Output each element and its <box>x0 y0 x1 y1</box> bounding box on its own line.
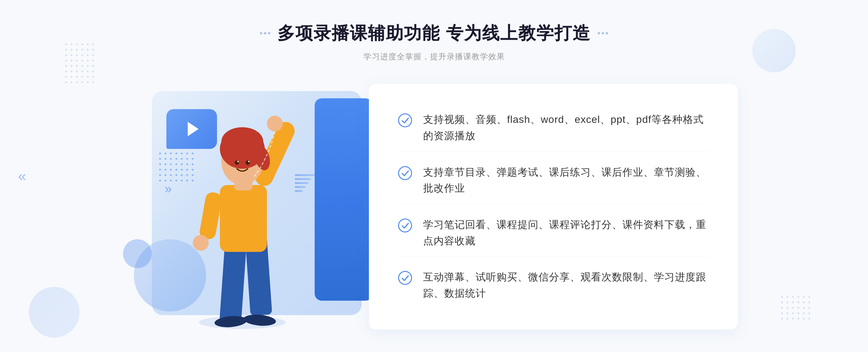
page-title: 多项录播课辅助功能 专为线上教学打造 <box>277 22 590 45</box>
page-subtitle: 学习进度全掌握，提升录播课教学效果 <box>260 51 608 62</box>
svg-point-9 <box>267 116 283 132</box>
svg-point-18 <box>248 161 250 162</box>
svg-rect-5 <box>220 185 267 252</box>
title-row: 多项录播课辅助功能 专为线上教学打造 <box>260 22 608 45</box>
check-icon-4 <box>398 271 412 285</box>
check-icon-1 <box>398 113 412 128</box>
dot-grid-bottom-right <box>781 296 810 323</box>
deco-small-circle <box>123 239 152 268</box>
features-panel: 支持视频、音频、flash、word、excel、ppt、pdf等各种格式的资源… <box>369 84 738 330</box>
feature-text-4: 互动弹幕、试听购买、微信分享、观看次数限制、学习进度跟踪、数据统计 <box>423 269 709 302</box>
title-decorator-right <box>598 32 608 34</box>
deco-circle-bottom-left <box>29 287 80 338</box>
left-arrow-decoration: « <box>18 168 26 184</box>
feature-text-1: 支持视频、音频、flash、word、excel、ppt、pdf等各种格式的资源… <box>423 112 709 144</box>
header-section: 多项录播课辅助功能 专为线上教学打造 学习进度全掌握，提升录播课教学效果 <box>260 22 608 62</box>
chevron-left-icon: « <box>18 168 26 184</box>
deco-circle-top-right <box>752 29 796 72</box>
feature-item-1: 支持视频、音频、flash、word、excel、ppt、pdf等各种格式的资源… <box>398 104 709 152</box>
person-illustration <box>166 106 304 330</box>
dot-grid-top-left <box>65 43 94 87</box>
svg-point-22 <box>399 271 412 284</box>
main-content: » <box>130 80 738 333</box>
check-icon-2 <box>398 166 412 180</box>
svg-point-8 <box>193 235 209 251</box>
svg-point-20 <box>399 167 412 180</box>
feature-item-3: 学习笔记回看、课程提问、课程评论打分、课件资料下载，重点内容收藏 <box>398 210 709 257</box>
blue-side-panel <box>315 98 373 301</box>
svg-point-21 <box>399 219 412 232</box>
feature-text-2: 支持章节目录、弹题考试、课后练习、课后作业、章节测验、批改作业 <box>423 164 709 197</box>
svg-point-17 <box>237 161 239 162</box>
feature-text-3: 学习笔记回看、课程提问、课程评论打分、课件资料下载，重点内容收藏 <box>423 217 709 249</box>
feature-item-2: 支持章节目录、弹题考试、课后练习、课后作业、章节测验、批改作业 <box>398 157 709 205</box>
page-container: « 多项录播课辅助功能 专为线上教学打造 学习进度全掌握，提升录播课教学效果 <box>0 0 868 352</box>
svg-point-19 <box>399 114 412 127</box>
svg-rect-7 <box>199 191 223 240</box>
check-icon-3 <box>398 218 412 233</box>
title-decorator-left <box>260 32 270 34</box>
illustration-area: » <box>130 80 376 333</box>
feature-item-4: 互动弹幕、试听购买、微信分享、观看次数限制、学习进度跟踪、数据统计 <box>398 262 709 309</box>
